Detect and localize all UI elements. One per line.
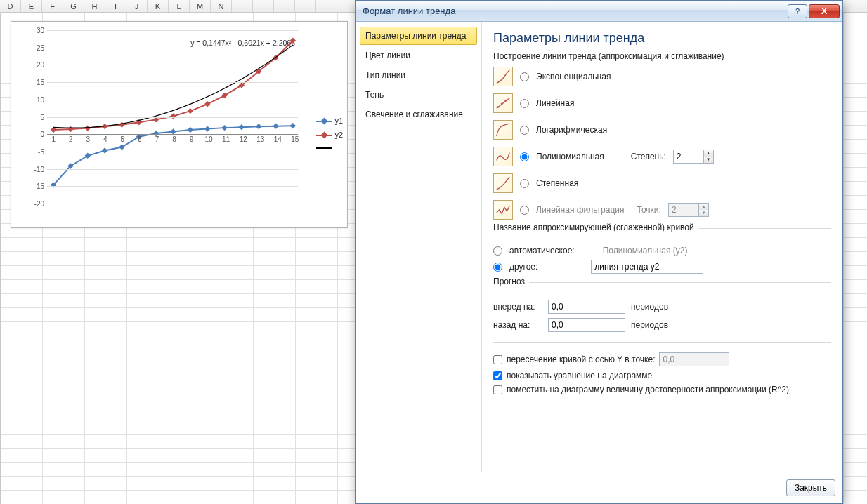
svg-point-30 (497, 106, 499, 108)
check-show-equation[interactable] (493, 371, 502, 380)
chart-legend[interactable]: y1 y2 (316, 117, 343, 157)
dialog-title: Формат линии тренда (363, 6, 455, 16)
svg-rect-9 (204, 126, 210, 131)
points-spinner: ▲▼ (668, 203, 709, 217)
radio-linear[interactable] (520, 99, 529, 108)
spin-down-icon[interactable]: ▼ (704, 157, 713, 163)
auto-name-value: Полиномиальная (y2) (603, 246, 688, 256)
back-label: назад на: (493, 320, 542, 330)
radio-exponential[interactable] (520, 72, 529, 81)
trendline-name-group: Название аппроксимирующей (сглаженной) к… (493, 223, 698, 232)
svg-rect-14 (290, 123, 296, 128)
svg-rect-23 (188, 108, 193, 114)
polynomial-icon (493, 147, 513, 166)
radio-name-auto[interactable] (493, 246, 502, 256)
nav-shadow[interactable]: Тень (360, 86, 477, 104)
points-label: Точки: (637, 205, 661, 215)
radio-polynomial[interactable] (520, 152, 529, 161)
forward-label: вперед на: (493, 302, 542, 312)
svg-rect-10 (221, 125, 227, 131)
radio-logarithmic[interactable] (520, 126, 529, 135)
nav-trend-options[interactable]: Параметры линии тренда (360, 27, 477, 45)
nav-line-color[interactable]: Цвет линии (360, 46, 477, 65)
dialog-nav: Параметры линии тренда Цвет линии Тип ли… (356, 22, 482, 472)
plot-area[interactable]: -20-15-10-505101520253012345678910111213… (48, 30, 298, 202)
back-input[interactable] (548, 318, 625, 332)
nav-line-type[interactable]: Тип линии (360, 66, 477, 84)
build-label: Построение линии тренда (аппроксимация и… (493, 51, 831, 61)
check-show-r2[interactable] (493, 385, 502, 394)
nav-glow[interactable]: Свечение и сглаживание (360, 105, 477, 124)
moving-avg-icon (493, 200, 513, 220)
close-dialog-button[interactable]: Закрыть (786, 479, 835, 496)
radio-name-other[interactable] (493, 263, 502, 272)
exponential-icon (493, 67, 513, 86)
degree-label: Степень: (631, 152, 666, 161)
forecast-group: Прогноз (493, 277, 529, 286)
linear-icon (493, 93, 513, 113)
intercept-input (659, 352, 729, 366)
svg-rect-11 (239, 124, 245, 130)
forward-input[interactable] (548, 300, 625, 314)
svg-rect-8 (188, 127, 193, 133)
svg-rect-24 (204, 101, 210, 107)
radio-moving-average[interactable] (520, 206, 529, 215)
svg-rect-19 (119, 122, 124, 128)
degree-input[interactable] (674, 150, 703, 163)
svg-point-31 (501, 103, 503, 105)
embedded-chart[interactable]: y = 0,1447x² - 0,6021x + 2,2066 -20-15-1… (11, 21, 348, 228)
pane-heading: Параметры линии тренда (493, 31, 831, 46)
svg-rect-16 (67, 126, 73, 132)
svg-point-32 (504, 100, 507, 102)
svg-rect-25 (221, 93, 227, 98)
logarithmic-icon (493, 120, 513, 140)
legend-item-y2[interactable]: y2 (334, 131, 343, 139)
format-trendline-dialog: Формат линии тренда ? X Параметры линии … (355, 0, 843, 504)
svg-rect-17 (85, 125, 91, 131)
spin-up-icon[interactable]: ▲ (704, 150, 713, 157)
degree-spinner[interactable]: ▲▼ (673, 150, 714, 164)
points-input (669, 204, 698, 216)
help-button[interactable]: ? (788, 4, 807, 18)
svg-rect-22 (170, 113, 176, 119)
check-intercept[interactable] (493, 355, 502, 364)
trendline-name-input[interactable] (591, 260, 703, 274)
close-button[interactable]: X (809, 4, 840, 18)
svg-rect-12 (256, 124, 261, 129)
dialog-titlebar[interactable]: Формат линии тренда ? X (356, 1, 842, 22)
power-icon (493, 173, 513, 193)
svg-rect-13 (273, 123, 278, 128)
legend-item-y1[interactable]: y1 (334, 117, 343, 125)
dialog-pane: Параметры линии тренда Построение линии … (482, 22, 842, 472)
radio-power[interactable] (520, 179, 529, 188)
